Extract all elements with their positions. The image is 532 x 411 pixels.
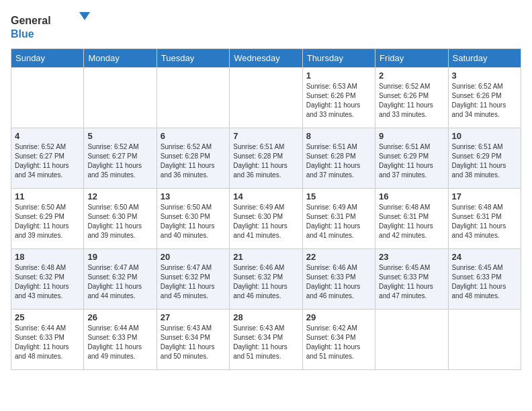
day-cell: 29Sunrise: 6:42 AM Sunset: 6:34 PM Dayli…	[302, 310, 375, 370]
day-info: Sunrise: 6:45 AM Sunset: 6:33 PM Dayligh…	[379, 263, 444, 301]
day-number: 21	[233, 252, 298, 262]
day-info: Sunrise: 6:52 AM Sunset: 6:27 PM Dayligh…	[15, 142, 80, 180]
day-number: 4	[15, 131, 80, 141]
logo-svg: General Blue	[11, 11, 91, 40]
day-number: 17	[452, 191, 517, 201]
day-cell: 11Sunrise: 6:50 AM Sunset: 6:29 PM Dayli…	[11, 189, 84, 249]
day-cell: 21Sunrise: 6:46 AM Sunset: 6:32 PM Dayli…	[230, 249, 302, 310]
day-info: Sunrise: 6:50 AM Sunset: 6:29 PM Dayligh…	[15, 203, 80, 240]
day-cell: 1Sunrise: 6:53 AM Sunset: 6:26 PM Daylig…	[302, 68, 375, 128]
day-cell: 24Sunrise: 6:45 AM Sunset: 6:33 PM Dayli…	[448, 249, 521, 310]
day-number: 5	[87, 131, 152, 141]
day-info: Sunrise: 6:47 AM Sunset: 6:32 PM Dayligh…	[161, 263, 226, 301]
day-cell: 26Sunrise: 6:44 AM Sunset: 6:33 PM Dayli…	[84, 310, 157, 370]
day-number: 6	[161, 131, 226, 141]
col-wednesday: Wednesday	[230, 49, 302, 68]
day-cell	[230, 68, 302, 128]
day-info: Sunrise: 6:43 AM Sunset: 6:34 PM Dayligh…	[233, 324, 298, 361]
col-friday: Friday	[375, 49, 448, 68]
day-cell: 16Sunrise: 6:48 AM Sunset: 6:31 PM Dayli…	[375, 189, 448, 249]
col-thursday: Thursday	[302, 49, 375, 68]
day-cell: 22Sunrise: 6:46 AM Sunset: 6:33 PM Dayli…	[302, 249, 375, 310]
day-number: 2	[379, 71, 444, 81]
day-cell: 14Sunrise: 6:49 AM Sunset: 6:30 PM Dayli…	[230, 189, 302, 249]
day-cell: 15Sunrise: 6:49 AM Sunset: 6:31 PM Dayli…	[302, 189, 375, 249]
day-number: 23	[379, 252, 444, 262]
day-info: Sunrise: 6:46 AM Sunset: 6:33 PM Dayligh…	[306, 263, 371, 301]
day-cell: 17Sunrise: 6:48 AM Sunset: 6:31 PM Dayli…	[448, 189, 521, 249]
day-number: 13	[161, 191, 226, 201]
day-cell: 19Sunrise: 6:47 AM Sunset: 6:32 PM Dayli…	[84, 249, 157, 310]
week-row-4: 18Sunrise: 6:48 AM Sunset: 6:32 PM Dayli…	[11, 249, 521, 310]
day-cell: 13Sunrise: 6:50 AM Sunset: 6:30 PM Dayli…	[157, 189, 229, 249]
day-cell: 5Sunrise: 6:52 AM Sunset: 6:27 PM Daylig…	[84, 128, 157, 189]
calendar-table: Sunday Monday Tuesday Wednesday Thursday…	[11, 48, 521, 370]
day-number: 26	[87, 312, 152, 322]
day-info: Sunrise: 6:48 AM Sunset: 6:31 PM Dayligh…	[379, 203, 444, 240]
day-number: 8	[306, 131, 371, 141]
col-monday: Monday	[84, 49, 157, 68]
day-info: Sunrise: 6:48 AM Sunset: 6:31 PM Dayligh…	[452, 203, 517, 240]
day-number: 18	[15, 252, 80, 262]
svg-text:Blue: Blue	[11, 28, 34, 40]
day-info: Sunrise: 6:51 AM Sunset: 6:28 PM Dayligh…	[306, 142, 371, 180]
day-number: 9	[379, 131, 444, 141]
week-row-5: 25Sunrise: 6:44 AM Sunset: 6:33 PM Dayli…	[11, 310, 521, 370]
week-row-1: 1Sunrise: 6:53 AM Sunset: 6:26 PM Daylig…	[11, 68, 521, 128]
day-number: 29	[306, 312, 371, 322]
day-cell: 4Sunrise: 6:52 AM Sunset: 6:27 PM Daylig…	[11, 128, 84, 189]
svg-text:General: General	[11, 15, 51, 26]
day-info: Sunrise: 6:51 AM Sunset: 6:28 PM Dayligh…	[233, 142, 298, 180]
day-cell: 6Sunrise: 6:52 AM Sunset: 6:28 PM Daylig…	[157, 128, 229, 189]
day-info: Sunrise: 6:42 AM Sunset: 6:34 PM Dayligh…	[306, 324, 371, 361]
day-info: Sunrise: 6:52 AM Sunset: 6:26 PM Dayligh…	[379, 82, 444, 120]
day-number: 1	[306, 71, 371, 81]
day-info: Sunrise: 6:45 AM Sunset: 6:33 PM Dayligh…	[452, 263, 517, 301]
day-number: 16	[379, 191, 444, 201]
svg-marker-1	[79, 12, 90, 20]
day-info: Sunrise: 6:50 AM Sunset: 6:30 PM Dayligh…	[87, 203, 152, 240]
day-cell: 28Sunrise: 6:43 AM Sunset: 6:34 PM Dayli…	[230, 310, 302, 370]
day-cell	[84, 68, 157, 128]
day-number: 27	[161, 312, 226, 322]
day-info: Sunrise: 6:51 AM Sunset: 6:29 PM Dayligh…	[452, 142, 517, 180]
day-info: Sunrise: 6:44 AM Sunset: 6:33 PM Dayligh…	[87, 324, 152, 361]
day-info: Sunrise: 6:52 AM Sunset: 6:26 PM Dayligh…	[452, 82, 517, 120]
day-info: Sunrise: 6:49 AM Sunset: 6:30 PM Dayligh…	[233, 203, 298, 240]
col-sunday: Sunday	[11, 49, 84, 68]
day-info: Sunrise: 6:52 AM Sunset: 6:27 PM Dayligh…	[87, 142, 152, 180]
day-cell: 18Sunrise: 6:48 AM Sunset: 6:32 PM Dayli…	[11, 249, 84, 310]
day-cell: 12Sunrise: 6:50 AM Sunset: 6:30 PM Dayli…	[84, 189, 157, 249]
day-number: 25	[15, 312, 80, 322]
day-cell: 27Sunrise: 6:43 AM Sunset: 6:34 PM Dayli…	[157, 310, 229, 370]
col-saturday: Saturday	[448, 49, 521, 68]
header: General Blue	[11, 11, 521, 40]
day-info: Sunrise: 6:44 AM Sunset: 6:33 PM Dayligh…	[15, 324, 80, 361]
day-number: 28	[233, 312, 298, 322]
day-info: Sunrise: 6:53 AM Sunset: 6:26 PM Dayligh…	[306, 82, 371, 120]
day-number: 20	[161, 252, 226, 262]
day-info: Sunrise: 6:51 AM Sunset: 6:29 PM Dayligh…	[379, 142, 444, 180]
day-cell: 10Sunrise: 6:51 AM Sunset: 6:29 PM Dayli…	[448, 128, 521, 189]
day-cell: 25Sunrise: 6:44 AM Sunset: 6:33 PM Dayli…	[11, 310, 84, 370]
day-cell: 8Sunrise: 6:51 AM Sunset: 6:28 PM Daylig…	[302, 128, 375, 189]
day-number: 15	[306, 191, 371, 201]
day-number: 3	[452, 71, 517, 81]
day-number: 10	[452, 131, 517, 141]
day-info: Sunrise: 6:43 AM Sunset: 6:34 PM Dayligh…	[161, 324, 226, 361]
day-info: Sunrise: 6:48 AM Sunset: 6:32 PM Dayligh…	[15, 263, 80, 301]
day-info: Sunrise: 6:50 AM Sunset: 6:30 PM Dayligh…	[161, 203, 226, 240]
header-row: Sunday Monday Tuesday Wednesday Thursday…	[11, 49, 521, 68]
day-number: 14	[233, 191, 298, 201]
day-cell: 20Sunrise: 6:47 AM Sunset: 6:32 PM Dayli…	[157, 249, 229, 310]
week-row-2: 4Sunrise: 6:52 AM Sunset: 6:27 PM Daylig…	[11, 128, 521, 189]
day-info: Sunrise: 6:47 AM Sunset: 6:32 PM Dayligh…	[87, 263, 152, 301]
day-number: 12	[87, 191, 152, 201]
day-cell	[448, 310, 521, 370]
day-cell: 3Sunrise: 6:52 AM Sunset: 6:26 PM Daylig…	[448, 68, 521, 128]
logo: General Blue	[11, 11, 91, 40]
day-cell: 23Sunrise: 6:45 AM Sunset: 6:33 PM Dayli…	[375, 249, 448, 310]
col-tuesday: Tuesday	[157, 49, 229, 68]
day-number: 11	[15, 191, 80, 201]
day-number: 19	[87, 252, 152, 262]
